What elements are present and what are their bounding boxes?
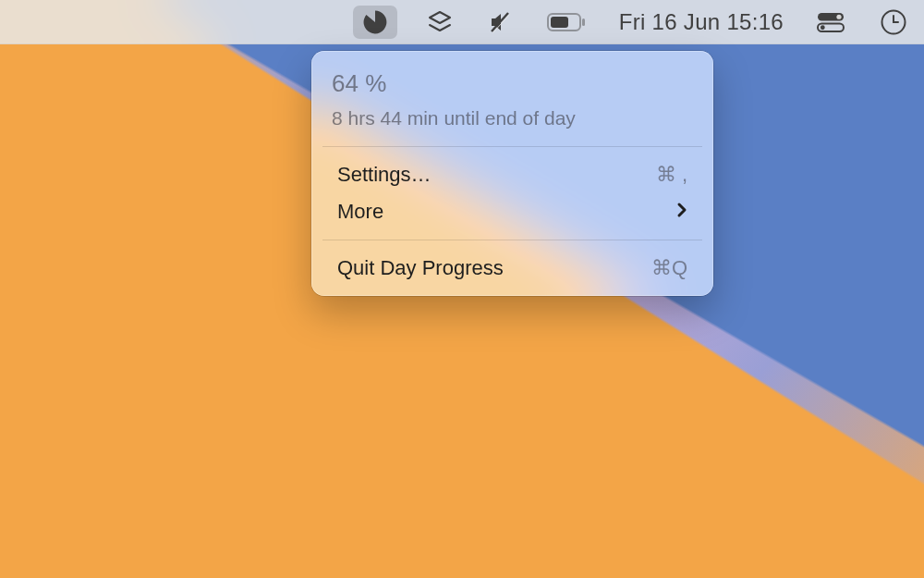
toggle-switches-icon [817, 12, 845, 32]
control-toggle-menubar-item[interactable] [811, 6, 850, 39]
svg-rect-6 [551, 17, 568, 28]
svg-rect-5 [582, 18, 585, 26]
battery-menubar-item[interactable] [541, 6, 591, 39]
chevron-right-icon [676, 200, 687, 224]
settings-label: Settings… [337, 163, 432, 187]
battery-icon [547, 12, 586, 32]
mute-menubar-item[interactable] [482, 6, 517, 39]
speaker-muted-icon [488, 10, 512, 34]
progress-percent: 64 % [332, 69, 693, 98]
clock-circle-icon [880, 8, 907, 36]
separator [322, 240, 702, 240]
time-remaining: 8 hrs 44 min until end of day [332, 107, 693, 129]
popover-header: 64 % 8 hrs 44 min until end of day [311, 60, 713, 137]
menu-bar: Fri 16 Jun 15:16 [0, 0, 924, 44]
stack-icon [427, 9, 453, 35]
quit-menu-item[interactable]: Quit Day Progress ⌘Q [317, 250, 708, 287]
clock-menubar-item[interactable]: Fri 16 Jun 15:16 [615, 6, 787, 39]
more-menu-item[interactable]: More [317, 193, 708, 230]
separator [322, 146, 702, 147]
stack-menubar-item[interactable] [421, 6, 458, 39]
clock-text: Fri 16 Jun 15:16 [619, 9, 784, 35]
clock-circle-menubar-item[interactable] [874, 6, 913, 39]
settings-shortcut: ⌘ , [656, 163, 687, 187]
settings-menu-item[interactable]: Settings… ⌘ , [317, 156, 708, 193]
day-progress-popover: 64 % 8 hrs 44 min until end of day Setti… [311, 51, 713, 296]
day-progress-menubar-item[interactable] [353, 6, 397, 39]
svg-point-10 [821, 25, 825, 30]
more-label: More [337, 200, 383, 224]
quit-shortcut: ⌘Q [651, 256, 687, 280]
quit-label: Quit Day Progress [337, 256, 504, 280]
svg-point-8 [836, 14, 841, 18]
pie-progress-icon [362, 9, 388, 35]
